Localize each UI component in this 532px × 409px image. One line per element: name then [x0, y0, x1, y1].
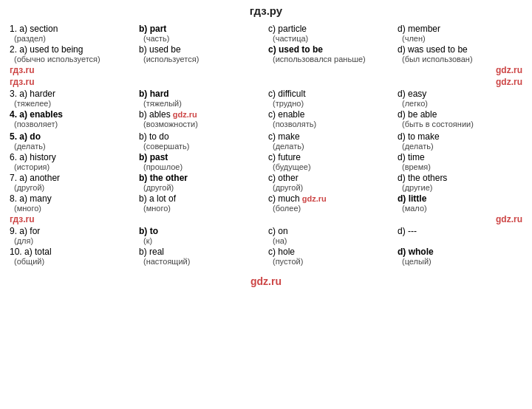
- table-cell: c) make(делать): [266, 131, 395, 151]
- table-row: 4. a) enables(позволяет)b) ables gdz.ru(…: [7, 109, 525, 129]
- answer-sub: (позволяет): [10, 120, 134, 128]
- answer-main: d) time: [398, 152, 522, 162]
- answer-main: 6. a) history: [10, 152, 134, 162]
- answers-table: 1. a) section(раздел)b) part(часть)c) pa…: [7, 23, 525, 267]
- answer-sub: (прошлое): [139, 162, 264, 171]
- watermark-8-left: гдз.ru: [10, 214, 35, 224]
- answer-main: 8. a) many: [10, 193, 134, 204]
- answer-main: c) much gdz.ru: [268, 193, 393, 204]
- answer-main: b) hard: [139, 89, 264, 99]
- answer-main: b) a lot of: [139, 193, 264, 204]
- answer-main: b) the other: [139, 173, 264, 183]
- footer-text: gdz.ru: [250, 275, 282, 287]
- answer-main: c) difficult: [268, 89, 393, 99]
- answer-sub: (раздел): [10, 34, 134, 43]
- answer-main: d) member: [398, 24, 522, 34]
- answer-sub: (легко): [398, 99, 522, 108]
- answer-main: d) little: [398, 193, 522, 204]
- answer-main: b) part: [139, 24, 264, 34]
- table-cell: d) whole(целый): [395, 246, 525, 267]
- answer-sub: (делать): [10, 142, 134, 151]
- answer-sub: (будущее): [268, 162, 393, 171]
- table-cell: d) was used to be(был использован): [395, 44, 525, 64]
- table-row: 10. a) total(общий)b) real(настоящий)c) …: [7, 246, 525, 267]
- answer-sub: (много): [10, 204, 134, 213]
- answer-sub: (настоящий): [139, 257, 264, 266]
- table-cell: d) easy(легко): [395, 88, 525, 109]
- table-row: 9. a) for(для)b) to(к)c) on(на)d) ---: [7, 225, 525, 246]
- table-cell: 5. a) do(делать): [7, 131, 137, 151]
- answer-main: d) whole: [398, 247, 522, 257]
- answer-main: c) enable: [268, 109, 393, 120]
- answer-main: c) particle: [268, 24, 393, 34]
- answer-sub: (другие): [398, 183, 522, 192]
- answer-sub: (к): [139, 236, 264, 245]
- table-row: 2. a) used to being(обычно используется)…: [7, 44, 525, 64]
- watermark-inline-right: gdz.ru: [496, 65, 522, 75]
- table-cell: b) the other(другой): [137, 172, 266, 193]
- table-cell: b) past(прошлое): [137, 151, 266, 172]
- table-cell: d) ---: [395, 225, 525, 246]
- table-cell: 6. a) history(история): [7, 151, 137, 172]
- answer-sub: (другой): [268, 183, 393, 192]
- table-cell: 8. a) many(много): [7, 193, 137, 213]
- answer-main: b) ables gdz.ru: [139, 109, 264, 120]
- answer-main: 10. a) total: [10, 247, 134, 257]
- answer-main: 7. a) another: [10, 173, 134, 183]
- answer-sub: (история): [10, 162, 134, 171]
- watermark-right: gdz.ru: [496, 77, 522, 87]
- answer-main: c) used to be: [268, 44, 393, 55]
- answer-sub: (тяжелый): [139, 99, 264, 108]
- table-row: 8. a) many(много)b) a lot of(много)c) mu…: [7, 193, 525, 213]
- answer-main: d) easy: [398, 89, 522, 99]
- answer-main: b) real: [139, 247, 264, 257]
- table-cell: d) little(мало): [395, 193, 525, 213]
- answer-main: d) the others: [398, 173, 522, 183]
- answer-sub: (для): [10, 236, 134, 245]
- answer-sub: (совершать): [139, 142, 264, 151]
- answer-main: c) future: [268, 152, 393, 162]
- answer-main: b) to do: [139, 131, 264, 142]
- table-row: 3. a) harder(тяжелее)b) hard(тяжелый)c) …: [7, 88, 525, 109]
- answer-main: 1. a) section: [10, 24, 134, 34]
- answer-sub: (используется): [139, 55, 264, 63]
- answer-main: 3. a) harder: [10, 89, 134, 99]
- table-cell: 9. a) for(для): [7, 225, 137, 246]
- answer-sub: (возможности): [139, 120, 264, 128]
- table-cell: 2. a) used to being(обычно используется): [7, 44, 137, 64]
- answer-main: d) was used to be: [398, 44, 522, 55]
- answer-main: c) on: [268, 226, 393, 236]
- answer-main: d) to make: [398, 131, 522, 142]
- site-title: гдз.ру: [250, 4, 282, 17]
- table-cell: c) future(будущее): [266, 151, 395, 172]
- table-cell: d) to make(делать): [395, 131, 525, 151]
- answer-sub: (трудно): [268, 99, 393, 108]
- table-cell: 1. a) section(раздел): [7, 23, 137, 44]
- watermark-inline-left: гдз.ru: [10, 65, 35, 75]
- answer-sub: (часть): [139, 34, 264, 43]
- answer-sub: (обычно используется): [10, 55, 134, 63]
- answer-main: 5. a) do: [10, 131, 134, 142]
- table-cell: b) ables gdz.ru(возможности): [137, 109, 266, 129]
- answer-main: d) ---: [398, 226, 522, 236]
- answer-sub: (быть в состоянии): [398, 120, 522, 128]
- answer-sub: (мало): [398, 204, 522, 213]
- answer-main: c) other: [268, 173, 393, 183]
- footer-watermark: gdz.ru: [0, 269, 532, 290]
- table-cell: c) particle(частица): [266, 23, 395, 44]
- answer-main: c) make: [268, 131, 393, 142]
- answer-sub: (целый): [398, 257, 522, 266]
- watermark-left: гдз.ru: [10, 77, 35, 87]
- table-cell: d) be able(быть в состоянии): [395, 109, 525, 129]
- table-cell: c) enable(позволять): [266, 109, 395, 129]
- table-row: 5. a) do(делать)b) to do(совершать)c) ma…: [7, 131, 525, 151]
- answer-sub: (другой): [10, 183, 134, 192]
- answer-sub: (был использован): [398, 55, 522, 63]
- table-cell: b) to(к): [137, 225, 266, 246]
- answer-sub: (время): [398, 162, 522, 171]
- table-cell: b) real(настоящий): [137, 246, 266, 267]
- answer-sub: (делать): [268, 142, 393, 151]
- table-row: 1. a) section(раздел)b) part(часть)c) pa…: [7, 23, 525, 44]
- answer-main: b) to: [139, 226, 264, 236]
- main-content: 1. a) section(раздел)b) part(часть)c) pa…: [0, 20, 532, 269]
